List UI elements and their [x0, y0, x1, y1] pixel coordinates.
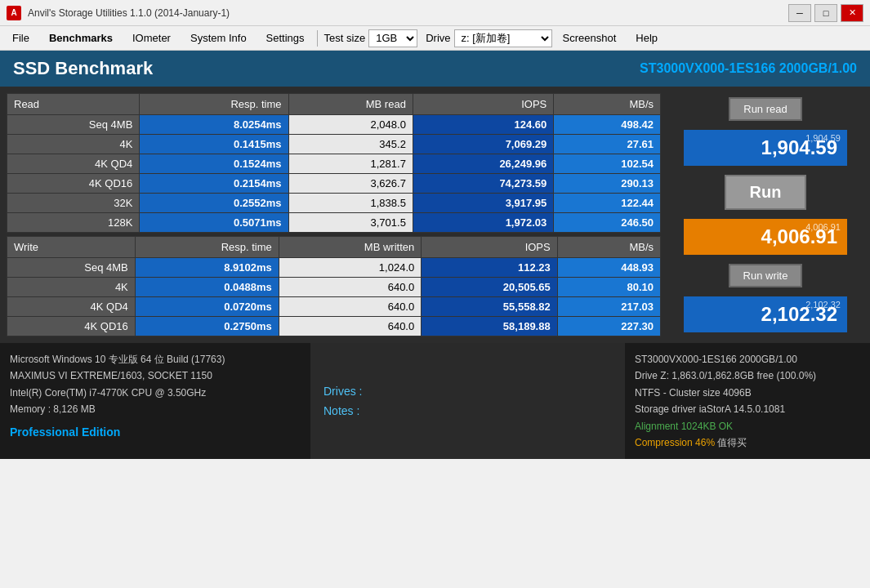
table-row: 32K0.2552ms1,838.53,917.95122.44 [7, 194, 661, 213]
menubar: File Benchmarks IOmeter System Info Sett… [0, 26, 870, 51]
drives-label: Drives : [323, 385, 612, 398]
test-size-label: Test size [324, 32, 366, 44]
col-mb-written: MB written [279, 237, 421, 258]
menu-settings[interactable]: Settings [257, 28, 314, 48]
right-line5: Alignment 1024KB OK [635, 418, 860, 434]
table-row: 4K0.1415ms345.27,069.2927.61 [7, 135, 661, 154]
read-table: Read Resp. time MB read IOPS MB/s Seq 4M… [7, 93, 661, 233]
col-resp-time-read: Resp. time [140, 94, 288, 115]
app-icon: A [7, 6, 21, 20]
col-read: Read [7, 94, 140, 115]
right-line6: Compression 46% 值得买 [635, 434, 860, 451]
table-row: 4K QD40.1524ms1,281.726,249.96102.54 [7, 154, 661, 174]
drive-select[interactable]: z: [新加卷] [454, 29, 552, 47]
write-score-subtitle: 2,102.32 [805, 300, 841, 310]
table-row: 4K QD160.2750ms640.058,189.88227.30 [7, 317, 661, 336]
close-button[interactable]: ✕ [841, 4, 863, 22]
titlebar-title: Anvil's Storage Utilities 1.1.0 (2014-Ja… [28, 7, 788, 19]
menu-file[interactable]: File [3, 28, 38, 48]
sys-line3: Intel(R) Core(TM) i7-4770K CPU @ 3.50GHz [10, 385, 301, 401]
test-size-group: Test size 1GB 4GB [324, 29, 418, 47]
pro-edition-label: Professional Edition [10, 423, 301, 443]
menu-iometer[interactable]: IOmeter [123, 28, 180, 48]
footer: Microsoft Windows 10 专业版 64 位 Build (177… [0, 343, 870, 459]
read-score-box: 1,904.59 1,904.59 [684, 130, 847, 166]
col-resp-time-write: Resp. time [135, 237, 279, 258]
window-controls: ─ □ ✕ [788, 4, 863, 22]
col-mbs-write: MB/s [557, 237, 660, 258]
sys-line2: MAXIMUS VI EXTREME/1603, SOCKET 1150 [10, 368, 301, 384]
menu-screenshot[interactable]: Screenshot [554, 28, 626, 48]
menu-system-info[interactable]: System Info [181, 28, 256, 48]
run-read-button[interactable]: Run read [729, 97, 802, 121]
drive-label: Drive [426, 32, 450, 44]
drive-group: Drive z: [新加卷] [426, 29, 551, 47]
minimize-button[interactable]: ─ [788, 4, 811, 22]
run-write-button[interactable]: Run write [729, 264, 802, 287]
notes-label: Notes : [323, 404, 612, 417]
col-mb-read: MB read [288, 94, 413, 115]
menu-separator [317, 30, 318, 47]
write-table: Write Resp. time MB written IOPS MB/s Se… [7, 236, 661, 336]
table-row: Seq 4MB8.0254ms2,048.0124.60498.42 [7, 115, 661, 135]
table-row: 4K QD40.0720ms640.055,558.82217.03 [7, 297, 661, 317]
footer-sysinfo: Microsoft Windows 10 专业版 64 位 Build (177… [0, 343, 310, 459]
right-line3: NTFS - Cluster size 4096B [635, 385, 860, 401]
table-row: 128K0.5071ms3,701.51,972.03246.50 [7, 213, 661, 233]
footer-drives: Drives : Notes : [310, 343, 625, 459]
right-line4: Storage driver iaStorA 14.5.0.1081 [635, 401, 860, 417]
titlebar: A Anvil's Storage Utilities 1.1.0 (2014-… [0, 0, 870, 26]
table-row: 4K0.0488ms640.020,505.6580.10 [7, 278, 661, 297]
table-row: 4K QD160.2154ms3,626.774,273.59290.13 [7, 174, 661, 194]
main-content: Read Resp. time MB read IOPS MB/s Seq 4M… [0, 87, 870, 343]
col-write: Write [7, 237, 136, 258]
right-line2: Drive Z: 1,863.0/1,862.8GB free (100.0%) [635, 368, 860, 384]
test-size-select[interactable]: 1GB 4GB [368, 29, 417, 47]
run-button[interactable]: Run [725, 175, 806, 210]
menu-help[interactable]: Help [627, 28, 667, 48]
total-score-box: 4,006.91 4,006.91 [684, 219, 847, 255]
right-panel: Run read 1,904.59 1,904.59 Run 4,006.91 … [667, 93, 863, 336]
sys-line1: Microsoft Windows 10 专业版 64 位 Build (177… [10, 351, 301, 368]
benchmark-table: Read Resp. time MB read IOPS MB/s Seq 4M… [7, 93, 661, 336]
right-line1: ST3000VX000-1ES166 2000GB/1.00 [635, 351, 860, 368]
drive-info: ST3000VX000-1ES166 2000GB/1.00 [640, 61, 857, 76]
col-mbs-read: MB/s [554, 94, 661, 115]
total-score-subtitle: 4,006.91 [805, 222, 841, 232]
header-area: SSD Benchmark ST3000VX000-1ES166 2000GB/… [0, 51, 870, 87]
sys-line4: Memory : 8,126 MB [10, 401, 301, 417]
footer-driveinfo: ST3000VX000-1ES166 2000GB/1.00 Drive Z: … [625, 343, 870, 459]
table-row: Seq 4MB8.9102ms1,024.0112.23448.93 [7, 258, 661, 278]
menu-benchmarks[interactable]: Benchmarks [40, 28, 122, 48]
col-iops-write: IOPS [422, 237, 557, 258]
write-score-box: 2,102.32 2,102.32 [684, 296, 847, 332]
col-iops-read: IOPS [413, 94, 553, 115]
ssd-benchmark-title: SSD Benchmark [13, 58, 153, 79]
maximize-button[interactable]: □ [814, 4, 837, 22]
read-score-subtitle: 1,904.59 [805, 133, 841, 143]
